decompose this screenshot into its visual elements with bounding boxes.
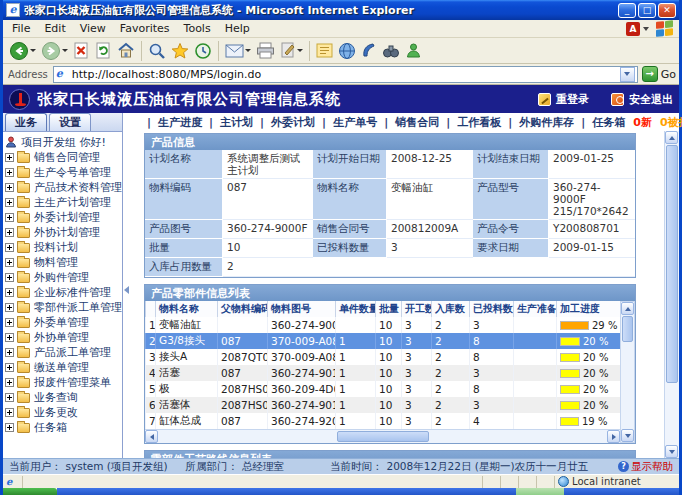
discuss-globe-button[interactable] bbox=[336, 40, 358, 62]
tree-item[interactable]: 报废件管理菜单 bbox=[5, 375, 122, 390]
media-button[interactable] bbox=[359, 40, 379, 62]
tree-item[interactable]: 外协计划管理 bbox=[5, 225, 122, 240]
maximize-button[interactable]: □ bbox=[638, 3, 656, 18]
main-vscroll-thumb[interactable] bbox=[666, 145, 678, 383]
expand-plus-icon[interactable] bbox=[5, 243, 14, 252]
favorites-button[interactable] bbox=[169, 40, 191, 62]
parts-table-row[interactable]: 2 G3/8接头 087 370-009-A0840 1 10 3 bbox=[146, 333, 621, 349]
minimize-button[interactable]: _ bbox=[618, 3, 636, 18]
back-button[interactable] bbox=[7, 40, 38, 62]
parts-table-row[interactable]: 3 接头A 2087QT002 370-009-A0850 1 10 3 bbox=[146, 349, 621, 365]
menu-item[interactable]: Favorites bbox=[113, 21, 177, 36]
stop-button[interactable] bbox=[71, 40, 92, 62]
address-dropdown-button[interactable] bbox=[620, 67, 635, 82]
scroll-up-button[interactable] bbox=[665, 131, 678, 144]
expand-plus-icon[interactable] bbox=[5, 408, 14, 417]
tree-item[interactable]: 企业标准件管理 bbox=[5, 285, 122, 300]
menu-item[interactable]: Help bbox=[218, 21, 257, 36]
tree-item[interactable]: 业务查询 bbox=[5, 390, 122, 405]
tree-item[interactable]: 生产令号单管理 bbox=[5, 165, 122, 180]
menu-item[interactable]: Edit bbox=[37, 21, 72, 36]
tree-item[interactable]: 外协单管理 bbox=[5, 330, 122, 345]
expand-plus-icon[interactable] bbox=[5, 318, 14, 327]
history-button[interactable] bbox=[192, 40, 214, 62]
tab-settings[interactable]: 设置 bbox=[49, 113, 91, 131]
col-header[interactable]: 加工进度 bbox=[557, 301, 621, 317]
expand-plus-icon[interactable] bbox=[5, 348, 14, 357]
research-button[interactable] bbox=[380, 40, 402, 62]
top-nav-item[interactable]: 外购件库存 bbox=[501, 115, 574, 130]
menu-item[interactable]: Tools bbox=[177, 21, 218, 36]
badge-new[interactable]: 0新 bbox=[633, 115, 652, 130]
tab-business[interactable]: 业务 bbox=[5, 113, 47, 131]
menu-item[interactable]: View bbox=[73, 21, 113, 36]
hscroll-thumb[interactable] bbox=[337, 431, 429, 442]
expand-plus-icon[interactable] bbox=[5, 423, 14, 432]
start-button[interactable] bbox=[3, 488, 57, 495]
scroll-down-button[interactable] bbox=[621, 429, 634, 442]
tree-item[interactable]: 销售合同管理 bbox=[5, 150, 122, 165]
chevron-down-icon[interactable] bbox=[643, 27, 649, 31]
scroll-right-button[interactable] bbox=[607, 430, 620, 443]
edit-button[interactable] bbox=[278, 40, 305, 62]
parts-hscrollbar[interactable] bbox=[145, 429, 620, 443]
col-header[interactable]: 入库数 bbox=[432, 301, 470, 317]
col-header[interactable]: 开工数 bbox=[402, 301, 432, 317]
tree-item[interactable]: 产品派工单管理 bbox=[5, 345, 122, 360]
col-header[interactable] bbox=[146, 301, 156, 317]
expand-plus-icon[interactable] bbox=[5, 303, 14, 312]
forward-button[interactable] bbox=[39, 40, 70, 62]
menu-item[interactable]: File bbox=[5, 21, 37, 36]
search-button[interactable] bbox=[146, 40, 168, 62]
top-nav-item[interactable]: 外委计划 bbox=[253, 115, 315, 130]
top-nav-item[interactable]: 主计划 bbox=[202, 115, 253, 130]
expand-plus-icon[interactable] bbox=[5, 213, 14, 222]
mail-button[interactable] bbox=[223, 40, 253, 62]
top-nav-item[interactable]: 生产单号 bbox=[315, 115, 377, 130]
expand-plus-icon[interactable] bbox=[5, 378, 14, 387]
address-input[interactable] bbox=[72, 68, 620, 81]
sidebar-splitter[interactable] bbox=[123, 113, 130, 458]
tree-item[interactable]: 外委计划管理 bbox=[5, 210, 122, 225]
show-help-link[interactable]: ? 显示帮助 bbox=[618, 460, 673, 474]
tree-item[interactable]: 外购件管理 bbox=[5, 270, 122, 285]
vscroll-thumb[interactable] bbox=[622, 316, 633, 342]
tree-item[interactable]: 投料计划 bbox=[5, 240, 122, 255]
expand-plus-icon[interactable] bbox=[5, 333, 14, 342]
relogin-button[interactable]: 重登录 bbox=[538, 92, 589, 107]
tree-item[interactable]: 任务箱 bbox=[5, 420, 122, 435]
collapse-arrow-icon[interactable] bbox=[124, 286, 129, 294]
parts-table-row[interactable]: 4 活塞 087 360-274-9010F 1 10 3 2 bbox=[146, 365, 621, 381]
parts-table-row[interactable]: 1 变幅油缸 360-274-9000F 10 3 2 bbox=[146, 317, 621, 333]
expand-plus-icon[interactable] bbox=[5, 288, 14, 297]
parts-table-row[interactable]: 7 缸体总成 087 360-274-9200F 1 10 3 bbox=[146, 413, 621, 429]
col-header[interactable]: 生产准备 bbox=[514, 301, 557, 317]
home-button[interactable] bbox=[115, 40, 137, 62]
safe-exit-button[interactable]: 安全退出 bbox=[611, 92, 673, 107]
scroll-left-button[interactable] bbox=[145, 430, 158, 443]
tree-item[interactable]: 零部件派工单管理 bbox=[5, 300, 122, 315]
print-button[interactable] bbox=[254, 40, 277, 62]
tree-item[interactable]: 主生产计划管理 bbox=[5, 195, 122, 210]
col-header[interactable]: 父物料编码 bbox=[218, 301, 268, 317]
col-header[interactable]: 单件数量 bbox=[336, 301, 376, 317]
main-vscrollbar[interactable] bbox=[664, 131, 679, 458]
expand-plus-icon[interactable] bbox=[5, 273, 14, 282]
expand-plus-icon[interactable] bbox=[5, 258, 14, 267]
scroll-down-button[interactable] bbox=[665, 445, 678, 458]
parts-table-row[interactable]: 6 活塞体 2087HS002 360-274-9011W 1 10 3 bbox=[146, 397, 621, 413]
expand-plus-icon[interactable] bbox=[5, 228, 14, 237]
expand-plus-icon[interactable] bbox=[5, 393, 14, 402]
scroll-up-button[interactable] bbox=[621, 302, 634, 315]
parts-vscrollbar[interactable] bbox=[620, 301, 635, 443]
go-button[interactable]: → Go bbox=[642, 66, 676, 82]
top-nav-item[interactable]: 生产进度 bbox=[140, 115, 202, 130]
badge-rejected[interactable]: 0被拒绝 bbox=[660, 115, 682, 130]
col-header[interactable]: 已投料数 bbox=[470, 301, 514, 317]
top-nav-item[interactable]: 工作看板 bbox=[439, 115, 501, 130]
refresh-button[interactable] bbox=[93, 40, 114, 62]
top-nav-item[interactable]: 任务箱 bbox=[574, 115, 625, 130]
expand-plus-icon[interactable] bbox=[5, 168, 14, 177]
expand-plus-icon[interactable] bbox=[5, 363, 14, 372]
expand-plus-icon[interactable] bbox=[5, 153, 14, 162]
